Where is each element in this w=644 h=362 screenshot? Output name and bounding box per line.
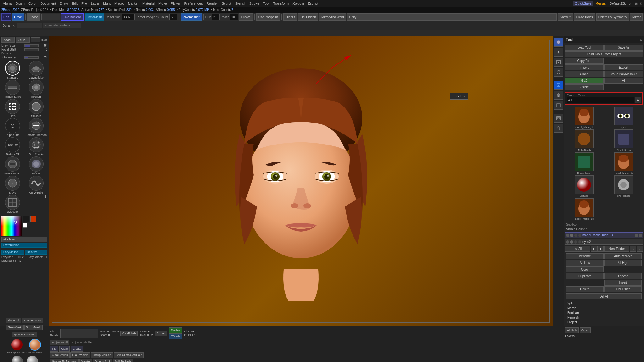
subtool2-row[interactable]: eyes2 <box>565 239 643 245</box>
groups-split-button[interactable]: Groups Split <box>93 359 112 362</box>
rgb-intensity[interactable] <box>31 37 40 42</box>
delete-symmetry-button[interactable]: Delete By Symmetry <box>596 13 629 21</box>
zremesher-button[interactable]: ZRemesher <box>181 13 202 21</box>
sharpen-mask-button[interactable]: SharpenMask <box>22 318 43 323</box>
split-item[interactable]: Split <box>566 301 642 306</box>
brush-damstandard[interactable]: DamStandard <box>1 156 24 175</box>
edit-button[interactable]: Edit <box>1 13 11 21</box>
menu-quicksave[interactable]: QuickSave <box>573 1 593 6</box>
brush-trimdynamic[interactable]: TrimDynamic <box>1 80 24 98</box>
flip-button[interactable]: Flip <box>50 346 58 352</box>
matcap-red-wax-item[interactable]: MatCap Red Wax <box>7 338 27 354</box>
menu-color[interactable]: Color <box>27 1 38 6</box>
all-high-button[interactable]: All High <box>604 260 642 266</box>
copy-tool-button[interactable]: Copy Tool <box>565 58 604 64</box>
blur-input[interactable] <box>212 14 220 20</box>
dynamesh-button[interactable]: DynaMesh <box>85 13 104 21</box>
tool-btn-move[interactable]: ✥ <box>554 48 563 57</box>
tool-btn-gyro[interactable] <box>554 91 563 100</box>
brush-claybuildup[interactable]: ClayBuildup <box>25 61 48 79</box>
vis-toggle-3[interactable] <box>574 234 577 237</box>
all-button[interactable]: All <box>604 78 643 84</box>
split-unmasked-button[interactable]: Split Unmasked Poin <box>114 352 144 358</box>
folder-up[interactable]: → <box>630 246 636 252</box>
tool-btn-shade[interactable] <box>554 38 563 47</box>
tborder-button[interactable]: TBorde <box>169 333 182 339</box>
load-tool-button[interactable]: Load Tool <box>565 45 604 51</box>
menu-document[interactable]: Document <box>39 1 58 6</box>
brush-smoothdir[interactable]: SmoothDirection <box>25 118 48 137</box>
shrink-mask-button[interactable]: ShrinkMask <box>24 325 43 330</box>
del-other-button[interactable]: Del Other <box>604 286 642 292</box>
menu-move[interactable]: Move <box>157 1 169 6</box>
other-btn[interactable]: Other <box>580 327 591 333</box>
subtool-thumb-eraserbrush[interactable]: EraserBrush <box>565 152 603 174</box>
menu-draw[interactable]: Draw <box>58 1 69 6</box>
lock-icon[interactable] <box>635 234 638 237</box>
menu-zscript[interactable]: Zscript <box>306 1 320 6</box>
grow-mask-button[interactable]: GrowMask <box>6 325 23 330</box>
relative-button[interactable]: Relative <box>25 250 48 255</box>
menu-stencil[interactable]: Stencil <box>233 1 247 6</box>
vis-toggle-s2-2[interactable] <box>570 240 573 244</box>
skinshed4-item[interactable]: SkinShade4 <box>28 338 42 354</box>
brush-curvetube[interactable]: CurveTube <box>25 176 48 194</box>
active-subtool-row[interactable]: model_Marie_high1_4 <box>565 232 643 238</box>
dynamic-slider[interactable] <box>17 23 42 28</box>
target-poly-input[interactable] <box>169 14 177 20</box>
fill-object-button[interactable]: FillObject <box>1 237 47 242</box>
brush-dots[interactable]: Dots <box>1 99 24 118</box>
subtool-thumb-modelhi3[interactable]: model_Marie_hic <box>565 198 603 220</box>
live-boolean-button[interactable]: Live Boolean <box>61 13 84 21</box>
menu-stroke[interactable]: Stroke <box>247 1 261 6</box>
swatch-black[interactable] <box>23 216 29 222</box>
mirror-weld-button[interactable]: Mirror And Weld <box>319 13 346 21</box>
clear-button[interactable]: Clear <box>59 346 70 352</box>
close-holes-button[interactable]: Close Holes <box>574 13 595 21</box>
menu-edit[interactable]: Edit <box>70 1 79 6</box>
groups-by-normals-button[interactable]: Groups By Normals <box>50 359 79 362</box>
delete-button[interactable]: Delete <box>566 286 604 292</box>
del-all-button[interactable]: Del All <box>566 293 642 299</box>
use-polypaint-button[interactable]: Use Polypaint <box>256 13 280 21</box>
vis-toggle-1[interactable] <box>566 234 569 237</box>
main-canvas[interactable]: Item Info <box>49 36 553 326</box>
subtool-thumb-model-marie[interactable]: model_Marie_hi <box>565 107 603 129</box>
down-button[interactable]: ▼ <box>597 246 604 252</box>
divide-button[interactable]: Divide <box>27 13 41 21</box>
brush-move[interactable]: ↕ Move <box>1 176 24 194</box>
tool-btn-frame[interactable] <box>554 114 563 123</box>
vis-icon[interactable] <box>639 234 642 237</box>
menu-defaultzscript[interactable]: DefaultZScript <box>608 1 633 6</box>
new-folder-button[interactable]: New Folder <box>604 246 630 252</box>
close-panel-icon[interactable]: ✕ <box>640 38 642 41</box>
tool-btn-floor[interactable] <box>554 101 563 110</box>
double-button[interactable]: Double <box>169 327 182 333</box>
load-tools-from-project-button[interactable]: Load Tools From Project <box>565 51 643 57</box>
auto-groups-button[interactable]: Auto Groups <box>50 352 70 358</box>
remesh-item[interactable]: Remesh <box>566 315 642 320</box>
extract-btn[interactable]: Extract <box>155 331 167 336</box>
menu-brush[interactable]: Brush <box>14 1 26 6</box>
brush-textureoff[interactable]: Tex Off Texture Off <box>1 137 24 156</box>
save-as-button[interactable]: Save As <box>604 45 643 51</box>
brush-alphaoff[interactable]: ∅ Alpha Off <box>1 118 24 137</box>
subtool-thumb-eyes[interactable]: eyes <box>604 107 643 129</box>
menu-transform[interactable]: Transform <box>271 1 290 6</box>
make-polymesh-button[interactable]: Make PolyMesh3D <box>604 71 643 77</box>
menu-xplugin[interactable]: Xplugin <box>291 1 306 6</box>
draw-size-slider[interactable] <box>24 44 39 47</box>
list-all-button[interactable]: List All <box>565 246 590 252</box>
resolution-input[interactable] <box>122 14 135 20</box>
draw-button[interactable]: Draw <box>12 13 24 21</box>
brush-inflate[interactable]: Inflate <box>25 156 48 175</box>
tool-search-input[interactable] <box>567 97 634 103</box>
blur-mask-button[interactable]: BlurMask <box>6 318 21 323</box>
size-rotate-control[interactable] <box>60 329 98 338</box>
copy-button[interactable]: Copy <box>566 266 604 272</box>
color-gradient-picker[interactable] <box>1 216 22 236</box>
menu-alpha[interactable]: Alpha <box>1 1 13 6</box>
group-visible-button[interactable]: GroupVisible <box>70 352 90 358</box>
menu-macro[interactable]: Macro <box>113 1 126 6</box>
projection-all-button[interactable]: ProjectionAll <box>50 340 69 345</box>
